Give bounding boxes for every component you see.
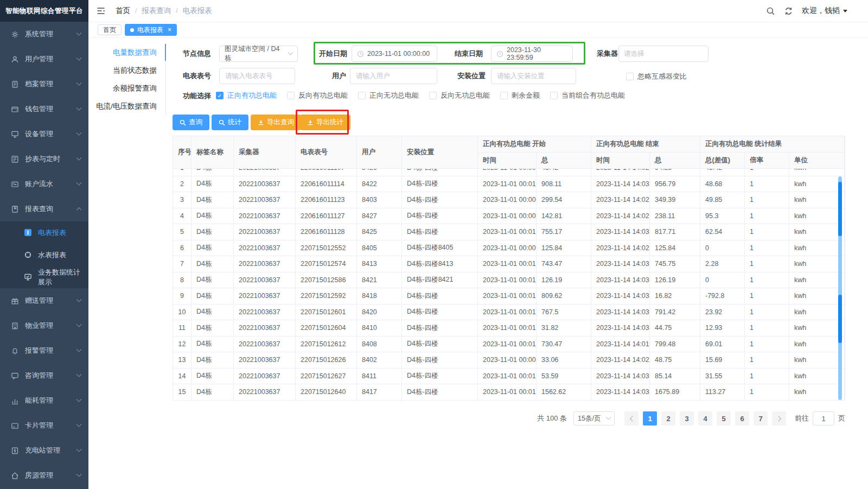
table-scrollbar[interactable]: [838, 176, 842, 400]
table-cell: 49.85: [700, 192, 745, 208]
scrollbar-thumb[interactable]: [838, 295, 842, 343]
stat-button[interactable]: 统计: [212, 115, 248, 130]
location-input[interactable]: [491, 68, 576, 84]
sidebar-subitem[interactable]: 业务数据统计展示: [0, 266, 88, 288]
chevron-down-icon: [76, 446, 82, 452]
sidebar-subitem[interactable]: 电表报表: [0, 221, 88, 244]
user-input[interactable]: [350, 68, 437, 84]
column-header: 安装位置: [402, 136, 478, 169]
page-button[interactable]: 6: [735, 411, 749, 426]
sidebar-item[interactable]: 钱包管理: [0, 97, 88, 122]
refresh-icon[interactable]: [784, 7, 793, 16]
sidebar-item[interactable]: 系统管理: [0, 22, 88, 47]
meter-no-input[interactable]: [219, 68, 295, 84]
scrollbar-thumb[interactable]: [838, 182, 842, 236]
table-cell: kwh: [789, 240, 845, 257]
page-button[interactable]: 1: [643, 411, 657, 426]
page-tab[interactable]: 首页: [98, 24, 122, 35]
prev-page-button[interactable]: [624, 411, 639, 426]
table-cell: 20221003637: [234, 336, 296, 353]
page-button[interactable]: 3: [680, 411, 694, 426]
sidebar-item[interactable]: 用户管理: [0, 47, 88, 72]
table-cell: 31.55: [700, 369, 745, 385]
table-cell: 220616011123: [296, 192, 357, 208]
table-cell: 20221003637: [234, 240, 296, 257]
checkbox-icon: ✓: [216, 92, 224, 99]
subnav-item[interactable]: 电流/电压数据查询: [95, 97, 165, 115]
ignore-ct-label: 忽略互感器变比: [637, 72, 687, 81]
close-icon[interactable]: ×: [168, 27, 171, 33]
export-stat-button[interactable]: 导出统计: [300, 115, 350, 130]
page-size-select[interactable]: 15条/页: [573, 411, 615, 426]
checkbox-icon: [550, 92, 558, 99]
column-header: 序号: [173, 136, 192, 169]
sidebar-item[interactable]: 物业管理: [0, 313, 88, 338]
consult-icon: [10, 371, 19, 380]
sidebar-item[interactable]: 赠送管理: [0, 288, 88, 313]
sidebar-subitem[interactable]: 水表报表: [0, 244, 88, 266]
query-button[interactable]: 查询: [173, 115, 209, 130]
sidebar-item[interactable]: 咨询管理: [0, 363, 88, 388]
table-cell: 799.48: [650, 336, 700, 353]
ignore-ct-checkbox[interactable]: 忽略互感器变比: [626, 72, 687, 81]
page-button[interactable]: 5: [717, 411, 731, 426]
feature-checkbox[interactable]: 反向无功总电能: [429, 91, 490, 100]
sidebar-item[interactable]: 能耗管理: [0, 388, 88, 413]
goto-page: 前往 页: [795, 411, 845, 426]
collector-select[interactable]: 请选择: [618, 46, 709, 62]
sidebar: 智能物联网综合管理平台 系统管理 用户管理 档案管理 钱包管理 设备管理 抄表与…: [0, 0, 88, 489]
table-cell: 2023-11-01 00:00:57: [478, 169, 537, 176]
sidebar-item[interactable]: 档案管理: [0, 72, 88, 97]
page-button[interactable]: 4: [698, 411, 712, 426]
subnav: 电量数据查询当前状态数据余额报警查询电流/电压数据查询: [95, 43, 166, 115]
feature-checkbox[interactable]: ✓ 正向有功总电能: [216, 91, 277, 100]
search-icon[interactable]: [766, 7, 775, 16]
card-icon: [10, 421, 19, 430]
table-row: 14D4栋202210036372207150126278411D4栋-四楼20…: [173, 369, 845, 385]
sidebar-item[interactable]: 报表查询: [0, 196, 88, 221]
page-tab[interactable]: 电表报表 ×: [125, 24, 177, 36]
subnav-item[interactable]: 余额报警查询: [95, 79, 165, 97]
sidebar-item[interactable]: 抄表与定时: [0, 147, 88, 172]
export-query-button[interactable]: 导出查询: [251, 115, 301, 130]
table-row: 7D4栋202210036372207150125748413D4栋-四楼841…: [173, 256, 845, 272]
subnav-item[interactable]: 电量数据查询: [95, 43, 165, 61]
node-info-select[interactable]: 图灵城市空间 / D4栋: [219, 46, 298, 62]
table-cell: kwh: [789, 320, 845, 336]
collapse-menu-icon[interactable]: [96, 7, 106, 15]
breadcrumb-report-query[interactable]: 报表查询: [142, 6, 171, 16]
breadcrumb-home[interactable]: 首页: [116, 6, 130, 16]
page-button[interactable]: 2: [661, 411, 675, 426]
table-cell: D4栋: [192, 384, 234, 401]
query-button-label: 查询: [189, 118, 202, 127]
table-cell: 6: [173, 240, 192, 257]
table-cell: 8402: [357, 352, 402, 369]
end-date-input[interactable]: 2023-11-30 23:59:59: [491, 46, 573, 62]
next-page-button[interactable]: [772, 411, 786, 426]
account-flow-icon: [10, 180, 19, 188]
chevron-down-icon: [288, 49, 293, 55]
sidebar-item[interactable]: 充电站管理: [0, 438, 88, 463]
user-menu[interactable]: 欢迎，钱韬: [802, 6, 847, 16]
table-cell: 2023-11-01 00:01:36: [478, 384, 537, 401]
subnav-item[interactable]: 当前状态数据: [95, 61, 165, 79]
table-cell: 220715012640: [296, 384, 357, 401]
table-cell: 48.75: [650, 352, 700, 369]
table-cell: kwh: [789, 369, 845, 385]
goto-page-input[interactable]: [813, 411, 834, 426]
table-cell: 8417: [357, 384, 402, 401]
sidebar-item[interactable]: 设备管理: [0, 122, 88, 147]
table-cell: 2023-11-14 14:01:28: [591, 336, 650, 353]
sidebar-item[interactable]: 房源管理: [0, 463, 88, 488]
feature-checkbox[interactable]: 剩余金额: [500, 91, 540, 100]
table-row: 12D4栋202210036372207150126128408D4栋-四楼20…: [173, 336, 845, 353]
feature-checkbox[interactable]: 正向无功总电能: [358, 91, 419, 100]
page-button[interactable]: 7: [754, 411, 768, 426]
feature-checkbox[interactable]: 当前组合有功总电能: [550, 91, 625, 100]
sidebar-item[interactable]: 账户流水: [0, 172, 88, 196]
table-cell: 743.47: [537, 256, 591, 272]
feature-checkbox[interactable]: 反向有功总电能: [287, 91, 348, 100]
sidebar-item[interactable]: 卡片管理: [0, 413, 88, 438]
start-date-input[interactable]: 2023-11-01 00:00:00: [352, 46, 437, 62]
sidebar-item[interactable]: 报警管理: [0, 338, 88, 363]
